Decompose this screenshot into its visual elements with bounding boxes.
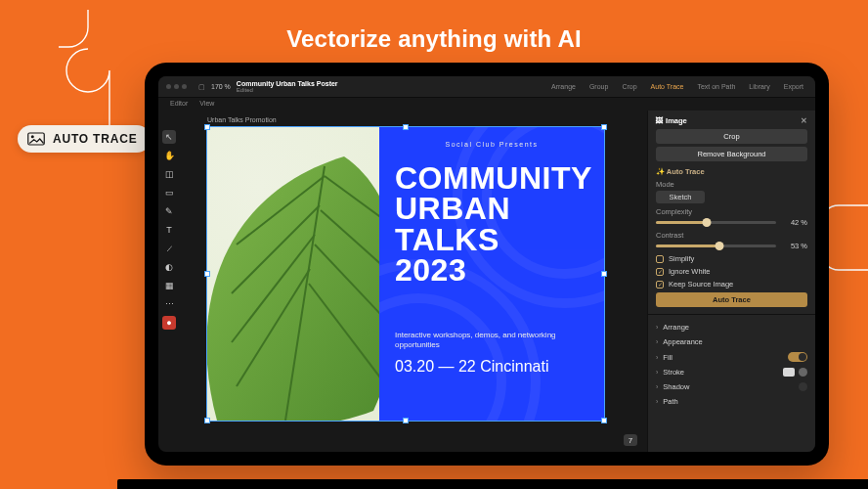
inspector-title: 🖼 Image — [656, 116, 687, 125]
auto-trace-section-label: ✨ Auto Trace — [656, 167, 807, 176]
poster-subcopy: Interactive workshops, demos, and networ… — [395, 331, 588, 349]
poster-leaf-image — [207, 127, 379, 421]
chevron-right-icon: › — [656, 383, 658, 390]
chevron-right-icon: › — [656, 354, 658, 361]
ignore-white-checkbox[interactable]: ✓Ignore White — [656, 267, 807, 276]
appearance-section[interactable]: ›Appearance — [656, 336, 807, 347]
image-icon — [27, 132, 45, 146]
shadow-row[interactable]: ›Shadow — [656, 381, 807, 392]
tool-record[interactable]: ● — [162, 316, 176, 330]
canvas-area[interactable]: Urban Talks Promotion — [180, 111, 647, 452]
selection-handle[interactable] — [601, 271, 607, 277]
contrast-value: 53 % — [782, 242, 807, 250]
tool-line[interactable]: ⟋ — [162, 242, 176, 255]
chevron-right-icon: › — [656, 324, 658, 331]
tool-crop[interactable]: ◫ — [162, 167, 176, 181]
chevron-right-icon: › — [656, 398, 658, 405]
keep-source-label: Keep Source Image — [669, 280, 733, 289]
tool-pen[interactable]: ✎ — [162, 204, 176, 218]
complexity-slider[interactable] — [656, 221, 776, 224]
tool-shape[interactable]: ▭ — [162, 186, 176, 200]
simplify-label: Simplify — [669, 254, 694, 263]
selection-handle[interactable] — [601, 418, 607, 423]
artboard-name: Urban Talks Promotion — [207, 116, 643, 123]
topbar-arrange[interactable]: Arrange — [547, 83, 580, 90]
square-icon[interactable]: ▢ — [198, 83, 205, 91]
chevron-right-icon: › — [656, 338, 658, 345]
contrast-label: Contrast — [656, 231, 807, 240]
mode-select[interactable]: Sketch — [656, 191, 705, 203]
document-title: Community Urban Talks Poster — [237, 80, 338, 87]
workarea: ↖✋◫▭✎T⟋◐▦⋯● Urban Talks Promotion — [158, 111, 815, 452]
inspector-panel: 🖼 Image ✕ Crop Remove Background ✨ Auto … — [647, 111, 815, 452]
poster-title-line1: COMMUNITY — [395, 163, 588, 194]
selection-handle[interactable] — [403, 124, 409, 130]
tool-strip: ↖✋◫▭✎T⟋◐▦⋯● — [158, 111, 180, 452]
artboard[interactable]: Social Club Presents COMMUNITY URBAN TAL… — [207, 127, 604, 421]
close-icon[interactable]: ✕ — [801, 116, 807, 125]
hero-title: Vectorize anything with AI — [0, 25, 868, 53]
laptop-base — [117, 479, 868, 489]
document-status: Edited — [237, 87, 338, 93]
poster-title-line2: URBAN TALKS — [395, 194, 588, 255]
menu-editor[interactable]: Editor — [170, 100, 188, 107]
poster-title: COMMUNITY URBAN TALKS 2023 — [395, 163, 588, 286]
zoom-level[interactable]: 170 % — [211, 83, 231, 90]
shadow-options-icon[interactable] — [799, 382, 807, 391]
poster-kicker: Social Club Presents — [395, 141, 588, 148]
simplify-checkbox[interactable]: Simplify — [656, 254, 807, 263]
topbar-crop[interactable]: Crop — [618, 83, 640, 90]
keep-source-checkbox[interactable]: ✓Keep Source Image — [656, 280, 807, 289]
auto-trace-pill: AUTO TRACE — [18, 125, 151, 153]
menubar: Editor View — [158, 98, 815, 111]
selection-handle[interactable] — [204, 271, 210, 277]
tool-frame[interactable]: ▦ — [162, 279, 176, 292]
poster-title-line3: 2023 — [395, 255, 588, 286]
mode-label: Mode — [656, 180, 807, 189]
fill-toggle[interactable] — [788, 352, 807, 362]
tool-text[interactable]: T — [162, 223, 176, 237]
contrast-slider[interactable] — [656, 244, 776, 247]
selection-handle[interactable] — [601, 124, 607, 130]
crop-button[interactable]: Crop — [656, 129, 807, 144]
stroke-options-icon[interactable] — [799, 368, 807, 377]
tool-eyedrop[interactable]: ◐ — [162, 260, 176, 274]
stroke-row[interactable]: ›Stroke — [656, 367, 807, 378]
topbar-text-on-path[interactable]: Text on Path — [693, 83, 739, 90]
poster-text-panel: Social Club Presents COMMUNITY URBAN TAL… — [379, 127, 604, 421]
window-controls[interactable] — [166, 84, 187, 89]
svg-point-1 — [31, 135, 34, 138]
leaf-icon — [207, 137, 379, 421]
app-screen: ▢ 170 % Community Urban Talks Poster Edi… — [158, 76, 815, 452]
selection-handle[interactable] — [204, 418, 210, 423]
tool-hand[interactable]: ✋ — [162, 149, 176, 162]
fill-row[interactable]: ›Fill — [656, 351, 807, 363]
tool-more[interactable]: ⋯ — [162, 297, 176, 311]
ignore-white-label: Ignore White — [669, 267, 711, 276]
complexity-value: 42 % — [782, 218, 807, 227]
tool-pointer[interactable]: ↖ — [162, 130, 176, 144]
chevron-right-icon: › — [656, 369, 658, 376]
remove-background-button[interactable]: Remove Background — [656, 147, 807, 161]
auto-trace-pill-label: AUTO TRACE — [53, 132, 137, 146]
menu-view[interactable]: View — [199, 100, 214, 107]
stroke-swatch[interactable] — [783, 368, 795, 377]
poster-dates: 03.20 — 22 Cincinnati — [395, 358, 588, 376]
arrange-section[interactable]: ›Arrange — [656, 322, 807, 333]
topbar-auto-trace[interactable]: Auto Trace — [647, 83, 688, 90]
selection-handle[interactable] — [403, 418, 409, 423]
topbar-export[interactable]: Export — [780, 83, 807, 90]
window-topbar: ▢ 170 % Community Urban Talks Poster Edi… — [158, 76, 815, 98]
page-indicator[interactable]: 7 — [624, 434, 637, 446]
path-section[interactable]: ›Path — [656, 396, 807, 407]
selection-handle[interactable] — [204, 124, 210, 130]
topbar-group[interactable]: Group — [586, 83, 612, 90]
topbar-library[interactable]: Library — [745, 83, 773, 90]
laptop-frame: ▢ 170 % Community Urban Talks Poster Edi… — [145, 63, 829, 466]
complexity-label: Complexity — [656, 207, 807, 216]
auto-trace-run-button[interactable]: Auto Trace — [656, 292, 807, 307]
